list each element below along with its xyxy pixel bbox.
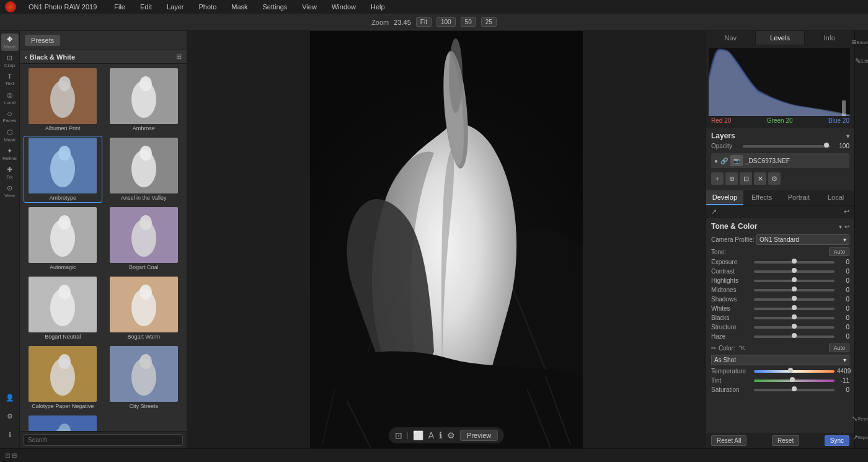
settings-layer-button[interactable]: ⚙ [768,172,781,185]
preset-item-2[interactable]: Ambrotype [24,136,102,203]
presets-button[interactable]: Presets [25,35,60,46]
camera-profile-select[interactable]: ON1 Standard ▾ [756,234,849,245]
opacity-slider[interactable] [743,145,830,148]
zoom-100-button[interactable]: 100 [436,17,456,27]
slider-track-5[interactable] [754,308,835,310]
saturation-slider[interactable] [754,389,835,391]
auto-button[interactable]: Auto [829,247,849,256]
menu-photo[interactable]: Photo [197,2,219,12]
menu-settings[interactable]: Settings [260,2,290,12]
preset-item-8[interactable]: Calotype Paper Negative [24,344,102,411]
slider-track-1[interactable] [754,270,835,273]
slider-track-3[interactable] [754,289,835,291]
canvas-zoom-out-icon[interactable]: ⊡ [395,430,402,440]
preset-thumbnail-5 [110,207,178,263]
slider-row-blacks: Blacks0 [711,314,849,321]
tint-slider[interactable] [754,380,835,382]
menu-window[interactable]: Window [329,2,358,12]
tool-refine[interactable]: ✦ Refine [1,145,19,162]
preset-item-0[interactable]: Albumen Print [24,66,102,133]
canvas-settings-icon[interactable]: ⚙ [447,430,455,440]
canvas-toggle-icon[interactable]: ⬜ [413,430,423,440]
layer-link-icon[interactable]: 🔗 [720,158,728,164]
color-profile-select[interactable]: As Shot ▾ [711,355,849,365]
tool-faces[interactable]: ☺ Faces [1,108,19,125]
tab-levels[interactable]: Levels [756,31,805,45]
menu-view[interactable]: View [299,2,319,12]
layers-collapse-icon[interactable]: ▾ [846,133,849,140]
tone-color-title: Tone & Color [711,222,757,231]
app-logo [5,1,16,12]
tool-info-bottom[interactable]: ℹ [1,426,19,443]
tool-local[interactable]: ◎ Local [1,89,19,107]
stamp-layer-button[interactable]: ⊕ [725,172,738,185]
tool-text[interactable]: T Text [1,71,19,88]
category-name: Black & White [30,53,75,61]
tab-develop[interactable]: Develop [706,190,743,205]
tool-fix[interactable]: ✚ Fix [1,164,19,181]
tool-move[interactable]: ✥ Move [1,33,19,51]
layer-visibility-icon[interactable]: ● [714,158,718,164]
saturation-value: 0 [837,386,849,393]
slider-track-7[interactable] [754,326,835,329]
preset-item-6[interactable]: Bogart Neutral [24,275,102,342]
tab-info[interactable]: Info [805,31,854,45]
edit-side-button[interactable]: ✎ Edit [856,52,868,69]
temperature-value: 4409 [837,368,849,375]
grid-toggle-icon[interactable]: ⊞ [176,53,182,61]
tool-user[interactable]: 👤 [1,389,19,406]
add-layer-button[interactable]: + [711,172,724,185]
slider-track-4[interactable] [754,298,835,301]
opacity-row: Opacity 100 [711,143,849,149]
svg-point-26 [58,354,71,369]
canvas-info-icon[interactable]: ℹ [439,430,442,440]
zoom-25-button[interactable]: 25 [481,17,497,27]
fit-button[interactable]: Fit [416,17,432,27]
search-input[interactable] [24,434,183,446]
tool-view[interactable]: ⊙ View [1,182,19,200]
tab-nav[interactable]: Nav [706,31,756,45]
slider-track-8[interactable] [754,335,835,338]
share-icon[interactable]: ↗ [711,208,717,216]
menu-file[interactable]: File [112,2,128,12]
presets-grid: Albumen PrintAmbroseAmbrotypeAnsel in th… [20,64,187,431]
tab-portrait[interactable]: Portrait [781,190,818,205]
delete-layer-button[interactable]: ✕ [754,172,766,185]
preset-item-10[interactable]: Cyanotype [24,414,102,431]
undo-develop-icon[interactable]: ↩ [844,208,849,216]
tone-color-collapse-icon[interactable]: ▾ [839,223,842,230]
preset-item-4[interactable]: Automagic [24,205,102,272]
tool-crop[interactable]: ⊡ Crop [1,52,19,69]
browse-side-button[interactable]: ⊞ Browse [856,33,868,51]
sync-button[interactable]: Sync [825,435,849,446]
tone-color-reset-icon[interactable]: ↩ [844,223,849,230]
preset-item-5[interactable]: Bogart Coal [105,205,184,272]
canvas-text-overlay-icon[interactable]: A [428,430,434,440]
preset-item-3[interactable]: Ansel in the Valley [105,136,184,203]
slider-track-0[interactable] [754,261,835,264]
tab-effects[interactable]: Effects [743,190,781,205]
export-side-button[interactable]: ↗ Export [856,429,868,446]
resize-side-button[interactable]: ⤡ Resize [856,410,868,427]
temperature-slider[interactable] [754,370,835,373]
preset-item-9[interactable]: City Streets [105,344,184,411]
preset-item-1[interactable]: Ambrose [105,66,184,133]
slider-track-6[interactable] [754,317,835,319]
tool-settings[interactable]: ⚙ [1,407,19,425]
preview-button[interactable]: Preview [460,430,498,441]
eyedropper-icon[interactable]: ✑ [711,345,716,352]
menu-help[interactable]: Help [368,2,388,12]
menu-edit[interactable]: Edit [138,2,154,12]
reset-all-button[interactable]: Reset All [711,435,746,446]
slider-track-2[interactable] [754,280,835,282]
color-auto-button[interactable]: Auto [829,344,849,352]
tab-local[interactable]: Local [817,190,854,205]
tool-mask[interactable]: ⬡ Mask [1,127,19,144]
text-icon: T [7,73,12,80]
menu-layer[interactable]: Layer [164,2,187,12]
zoom-50-button[interactable]: 50 [461,17,476,27]
preset-item-7[interactable]: Bogart Warm [105,275,184,342]
reset-button[interactable]: Reset [772,435,799,446]
copy-layer-button[interactable]: ⊡ [740,172,752,185]
menu-mask[interactable]: Mask [229,2,250,12]
